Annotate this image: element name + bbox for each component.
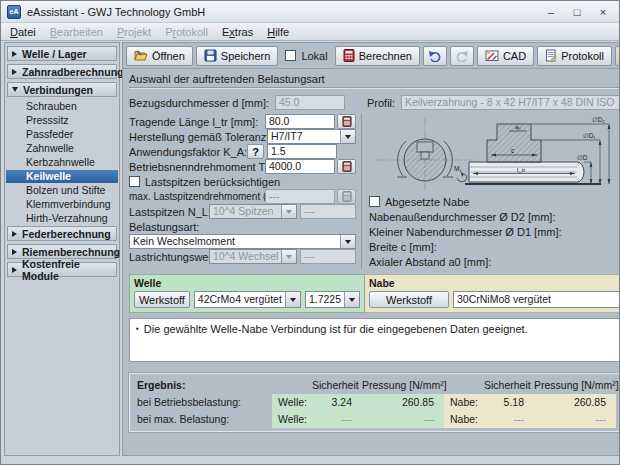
calculator-icon [342,116,352,127]
undo-button[interactable] [423,46,447,66]
shaft-material-number-dropdown[interactable]: 1.7225 [305,291,360,308]
load-direction-unit-value: 10^4 Wechsel [210,250,281,263]
chevron-right-icon [12,267,17,273]
menu-datei[interactable]: Datei [3,23,43,40]
sidebar-item-klemmverbindung[interactable]: Klemmverbindung [6,198,118,211]
maximize-icon[interactable]: □ [571,6,583,18]
minimize-icon[interactable]: – [545,6,557,18]
load-peaks-checkbox-row: Lastspitzen berücksichtigen [129,174,356,189]
lokal-checkbox[interactable] [285,50,296,61]
bearing-length-row: Tragende Länge l_tr [mm]: 80.0 [129,114,356,129]
cad-icon [485,49,499,62]
section-divider [129,87,620,89]
hub-outer-diameter-row: Nabenaußendurchmesser Ø D2 [mm]: 100.0 [369,209,620,224]
sidebar-header-zahnradberechnung[interactable]: Zahnradberechnung [7,64,117,79]
message-text: Die gewählte Welle-Nabe Verbindung ist f… [144,323,528,357]
sidebar-item-passfeder[interactable]: Passfeder [6,128,118,141]
menu-bearbeiten[interactable]: Bearbeiten [43,23,110,40]
sidebar-header-label: Welle / Lager [22,48,87,60]
profile-label: Profil: [367,97,401,109]
results-shaft-pressure: 260.85 [362,394,444,411]
application-factor-field[interactable]: 1.5 [267,144,337,159]
close-icon[interactable]: × [597,6,609,18]
client-area: Welle / Lager Zahnradberechnung Verbindu… [4,42,616,456]
sidebar-item-bolzen-und-stifte[interactable]: Bolzen und Stifte [6,184,118,197]
hub-material-dropdown[interactable]: 30CrNiMo8 vergütet [453,291,620,308]
save-button[interactable]: Speichern [196,46,279,66]
load-direction-field[interactable]: --- [300,249,356,264]
left-form-column: Tragende Länge l_tr [mm]: 80.0 Herstellu… [129,114,362,269]
chevron-down-icon [12,87,18,92]
max-peak-torque-field[interactable]: --- [265,189,335,204]
load-direction-unit-dropdown[interactable]: 10^4 Wechsel [209,249,297,264]
sidebar-header-kostenfreie-module[interactable]: Kostenfreie Module [7,262,117,277]
nominal-torque-label: Betriebsnenndrehmoment Tnenn [Nm]: [129,161,265,173]
sidebar-item-presssitz[interactable]: Presssitz [6,114,118,127]
shaft-material-button[interactable]: Werkstoff [134,291,190,308]
max-peak-torque-calc-button[interactable] [337,189,356,204]
lokal-label: Lokal [301,50,327,62]
load-peaks-unit-dropdown[interactable]: 10^4 Spitzen [209,204,297,219]
window-title: eAssistant - GWJ Technology GmbH [27,6,205,18]
load-peaks-checkbox[interactable] [129,176,140,187]
redo-button[interactable] [450,46,474,66]
sidebar-item-zahnwelle[interactable]: Zahnwelle [6,142,118,155]
sidebar-item-hirth-verzahnung[interactable]: Hirth-Verzahnung [6,212,118,225]
cad-button[interactable]: CAD [477,46,534,66]
svg-text:M₁: M₁ [454,165,462,172]
stepped-hub-checkbox[interactable] [369,196,380,207]
shaft-material-dropdown[interactable]: 42CrMo4 vergütet [194,291,301,308]
reference-diameter-field[interactable]: 45.0 [275,95,345,110]
open-button[interactable]: Öffnen [126,46,193,66]
sidebar-header-label: Verbindungen [23,84,93,96]
results-hub-label: Nabe: [444,411,484,428]
sidebar-header-federberechnung[interactable]: Federberechnung [7,226,117,241]
profile-field[interactable]: Keilverzahnung - 8 x 42 H7/IT7 x 48 DIN … [401,95,620,110]
menu-projekt[interactable]: Projekt [110,23,158,40]
hub-material-panel: Nabe Werkstoff 30CrNiMo8 vergütet 1.6580 [365,274,620,313]
results-shaft-label: Welle: [272,394,312,411]
toolbar: Öffnen Speichern Lokal Berechnen [123,43,620,69]
results-shaft-label: Welle: [272,411,312,428]
hub-material-value: 30CrNiMo8 vergütet [454,293,620,306]
load-peaks-count-field[interactable]: --- [300,204,356,219]
menu-hilfe[interactable]: Hilfe [260,23,296,40]
axial-distance-row: Axialer Abstand a0 [mm]: 40.0 [369,254,620,269]
hub-small-diameter-row: Kleiner Nabendurchmesser Ø D1 [mm]: 100.… [369,224,620,239]
sidebar-item-schrauben[interactable]: Schrauben [6,100,118,113]
shaft-panel-title: Welle [134,277,360,289]
window-controls: – □ × [545,6,613,18]
application-factor-help-button[interactable]: ? [247,144,264,159]
menu-protokoll[interactable]: Protokoll [158,23,215,40]
calculate-button[interactable]: Berechnen [335,46,420,66]
bearing-length-calc-button[interactable] [337,114,356,129]
hub-material-button[interactable]: Werkstoff [369,291,449,308]
sidebar-header-verbindungen[interactable]: Verbindungen [7,82,117,97]
results-col-pressure-hub: Pressung [N/mm²] [534,377,616,394]
chevron-right-icon [12,51,17,57]
load-peaks-count-label: Lastspitzen N_L: [129,206,209,218]
load-direction-label: Lastrichtungswechsel: [129,251,209,263]
tolerance-dropdown[interactable]: H7/IT7 [267,129,356,144]
bullet-icon: ▪ [136,323,139,357]
sidebar-item-keilwelle[interactable]: Keilwelle [6,170,118,183]
chevron-down-icon [281,250,296,263]
app-icon: eA [7,5,21,19]
results-title: Ergebnis: [132,377,272,394]
protocol-button[interactable]: Protokoll [537,46,612,66]
materials-section: Welle Werkstoff 42CrMo4 vergütet 1.7225 [129,274,620,313]
document-icon [545,49,557,62]
load-type-dropdown[interactable]: Kein Wechselmoment [129,234,356,249]
load-peaks-label: Lastspitzen berücksichtigen [145,176,280,188]
right-form-column: a₀ c l_tr M₁ [362,114,620,269]
results-shaft-safety: --- [312,411,362,428]
sidebar-header-welle-lager[interactable]: Welle / Lager [7,46,117,61]
menu-extras[interactable]: Extras [215,23,260,40]
bearing-length-field[interactable]: 80.0 [265,114,335,129]
nominal-torque-calc-button[interactable] [337,159,356,174]
svg-text:∅D₁: ∅D₁ [583,132,596,139]
sidebar-item-kerbzahnwelle[interactable]: Kerbzahnwelle [6,156,118,169]
settings-button[interactable]: Einstellungen [615,46,620,66]
shaft-material-panel: Welle Werkstoff 42CrMo4 vergütet 1.7225 [129,274,365,313]
nominal-torque-field[interactable]: 4000.0 [265,159,335,174]
